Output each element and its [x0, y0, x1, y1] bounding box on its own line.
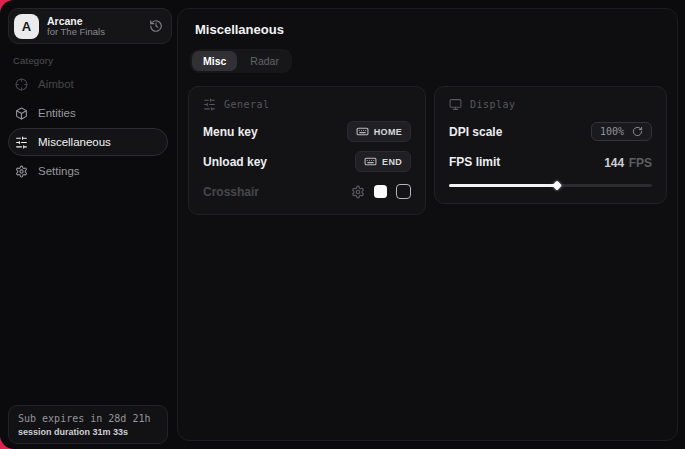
- menu-keybind-badge[interactable]: HOME: [347, 121, 411, 142]
- subscription-box: Sub expires in 28d 21h session duration …: [8, 405, 168, 444]
- fps-limit-row: FPS limit 144 FPS: [449, 152, 652, 171]
- menu-key-label: Menu key: [203, 125, 258, 139]
- crosshair-controls: [351, 184, 411, 199]
- app-header-card: A Arcane for The Finals: [8, 8, 172, 44]
- menu-key-row: Menu key HOME: [203, 122, 411, 141]
- sidebar-item-label: Miscellaneous: [38, 136, 111, 148]
- unload-key-row: Unload key END: [203, 152, 411, 171]
- dpi-value-badge[interactable]: 100%: [591, 122, 652, 141]
- sidebar-item-label: Entities: [38, 107, 76, 119]
- fps-value: 144: [604, 156, 624, 170]
- general-card: General Menu key HOME: [188, 86, 426, 215]
- crosshair-row: Crosshair: [203, 182, 411, 201]
- sidebar-item-aimbot[interactable]: Aimbot: [8, 70, 168, 98]
- app-subtitle: for The Finals: [47, 27, 141, 38]
- sliders-icon: [15, 136, 28, 149]
- tab-bar: Misc Radar: [190, 49, 292, 73]
- dpi-value: 100%: [600, 126, 624, 137]
- refresh-icon[interactable]: [632, 126, 643, 137]
- crosshair-color-swatch[interactable]: [374, 185, 387, 198]
- fps-slider-fill: [449, 184, 557, 187]
- keybind-value: HOME: [374, 127, 402, 137]
- sidebar-item-label: Aimbot: [38, 78, 74, 90]
- sidebar-item-miscellaneous[interactable]: Miscellaneous: [8, 128, 168, 156]
- crosshair-outline-swatch[interactable]: [396, 184, 411, 199]
- sidebar-item-settings[interactable]: Settings: [8, 157, 168, 185]
- session-duration-text: session duration 31m 33s: [18, 427, 158, 437]
- dpi-scale-row: DPI scale 100%: [449, 122, 652, 141]
- keybind-value: END: [382, 157, 402, 167]
- app-name: Arcane: [47, 15, 141, 27]
- cards-row: General Menu key HOME: [188, 86, 667, 215]
- page-title: Miscellaneous: [195, 22, 677, 37]
- crosshair-settings-gear-icon[interactable]: [351, 185, 365, 199]
- keyboard-icon: [364, 155, 377, 168]
- monitor-icon: [449, 98, 462, 111]
- fps-slider[interactable]: [449, 181, 652, 190]
- dpi-scale-label: DPI scale: [449, 125, 502, 139]
- avatar: A: [14, 14, 39, 39]
- app-titles: Arcane for The Finals: [47, 15, 141, 38]
- display-card: Display DPI scale 100% FPS limit: [434, 86, 667, 204]
- app-window: A Arcane for The Finals Category Aimbot: [0, 0, 685, 449]
- tab-radar[interactable]: Radar: [239, 51, 290, 71]
- main-panel: Miscellaneous Misc Radar General Menu ke…: [177, 8, 678, 441]
- sub-expires-text: Sub expires in 28d 21h: [18, 413, 158, 424]
- fps-slider-thumb[interactable]: [552, 181, 562, 191]
- fps-unit: FPS: [629, 156, 652, 170]
- sidebar-item-entities[interactable]: Entities: [8, 99, 168, 127]
- unload-keybind-badge[interactable]: END: [355, 151, 411, 172]
- sidebar-item-label: Settings: [38, 165, 80, 177]
- crosshair-label: Crosshair: [203, 185, 259, 199]
- sliders-icon: [203, 98, 216, 111]
- general-card-header: General: [203, 98, 411, 111]
- sidebar: A Arcane for The Finals Category Aimbot: [0, 0, 176, 449]
- category-label: Category: [13, 55, 53, 66]
- fps-value-group: 144 FPS: [604, 153, 652, 171]
- gear-icon: [15, 165, 28, 178]
- fps-limit-label: FPS limit: [449, 155, 500, 169]
- card-title: Display: [470, 99, 516, 110]
- history-refresh-icon[interactable]: [149, 19, 163, 33]
- display-card-header: Display: [449, 98, 652, 111]
- keyboard-icon: [356, 125, 369, 138]
- crosshair-icon: [15, 78, 28, 91]
- tab-misc[interactable]: Misc: [192, 51, 237, 71]
- box-icon: [15, 107, 28, 120]
- unload-key-label: Unload key: [203, 155, 267, 169]
- card-title: General: [224, 99, 270, 110]
- sidebar-nav: Aimbot Entities Miscellaneous: [0, 70, 176, 186]
